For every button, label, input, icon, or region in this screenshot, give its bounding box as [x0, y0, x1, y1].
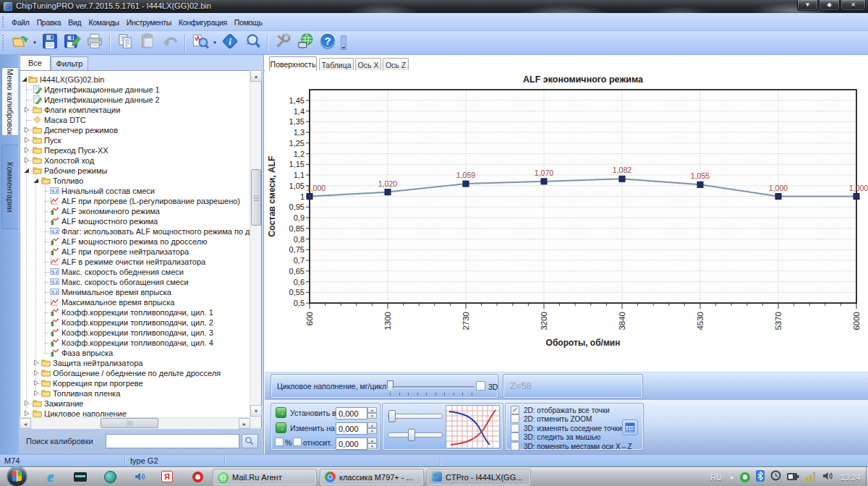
option-0-checkbox[interactable]	[511, 406, 519, 414]
set-value-input[interactable]	[336, 407, 367, 419]
change-value-input[interactable]	[336, 422, 367, 435]
tray-battery-icon[interactable]	[787, 471, 799, 484]
quicklaunch-ie-icon[interactable]: e	[43, 469, 58, 484]
search-button[interactable]	[242, 434, 258, 448]
quicklaunch-opera-icon[interactable]	[190, 469, 205, 484]
tree-item[interactable]: Защита нейтрализатора	[20, 358, 250, 368]
collapse-arrow-icon[interactable]	[21, 76, 27, 82]
option-1[interactable]: 2D: отменить ZOOM	[511, 415, 592, 423]
expand-arrow-icon[interactable]	[23, 400, 30, 406]
tree-item[interactable]: I444LX(GG)02.bin	[20, 74, 250, 85]
expand-arrow-icon[interactable]	[33, 359, 39, 366]
print-button[interactable]	[84, 33, 105, 53]
option-3[interactable]: 3D: следить за мышью	[511, 433, 600, 441]
cycle-3d-checkbox[interactable]	[476, 381, 485, 391]
tree-item[interactable]: Топливная пленка	[20, 388, 250, 398]
relative-spinner[interactable]: ▲▼	[367, 438, 377, 450]
table-grid-button[interactable]	[622, 419, 638, 435]
expand-arrow-icon[interactable]	[33, 380, 39, 386]
tree-item[interactable]: Холостой ход	[20, 155, 250, 166]
properties-button[interactable]: i	[219, 33, 240, 53]
tray-clock[interactable]: 13:24	[841, 473, 861, 482]
left-tab-1[interactable]: Фильтр	[51, 56, 88, 70]
tray-language[interactable]: RU	[710, 473, 722, 482]
quicklaunch-dark-icon[interactable]	[73, 469, 88, 484]
tree-vertical-scrollbar[interactable]: ▲ ▼	[250, 70, 261, 428]
chart-tab-1[interactable]: Таблица	[319, 58, 354, 71]
menu-0[interactable]: Файл	[8, 18, 33, 27]
tree-item[interactable]: ALF мощностного режима	[20, 216, 250, 226]
save-as-button[interactable]	[61, 33, 82, 53]
left-tab-0[interactable]: Все	[20, 55, 51, 70]
tree-item[interactable]: Коэфф.коррекции топливоподачи, цил. 1	[20, 307, 250, 317]
scroll-up-button[interactable]: ▲	[250, 70, 262, 82]
tray-agent-icon[interactable]	[740, 472, 750, 482]
tree-item[interactable]: ALF в режиме очистки нейтрализатора	[20, 257, 250, 267]
tree-item[interactable]: Маска DTC	[20, 115, 250, 125]
menu-3[interactable]: Команды	[85, 18, 122, 27]
tree-item[interactable]: 1.2Начальный состав смеси	[20, 186, 250, 196]
menu-6[interactable]: Помощь	[231, 18, 266, 27]
copy-button[interactable]	[114, 33, 135, 53]
tree-item[interactable]: Коррекция при прогреве	[20, 378, 250, 388]
tree-item[interactable]: Коэфф.коррекции топливоподачи, цил. 3	[20, 328, 250, 338]
menu-1[interactable]: Правка	[33, 18, 65, 27]
cycle-slider-thumb[interactable]	[387, 380, 393, 392]
tree-item[interactable]: Диспетчер режимов	[20, 125, 250, 135]
tree-item[interactable]: Коэфф.коррекции топливоподачи, цил. 2	[20, 317, 250, 328]
set-value-button[interactable]: →	[276, 407, 286, 418]
expand-arrow-icon[interactable]	[23, 137, 30, 143]
undo-button[interactable]	[159, 33, 180, 53]
cycle-slider-track[interactable]	[388, 386, 474, 388]
tree-hscroll-thumb[interactable]	[101, 418, 158, 428]
option-3-checkbox[interactable]	[511, 432, 519, 441]
expand-arrow-icon[interactable]	[23, 157, 30, 163]
tree-vscroll-thumb[interactable]	[251, 169, 261, 226]
tree-item[interactable]: Зажигание	[20, 398, 250, 409]
chart-tab-2[interactable]: Ось X	[355, 58, 381, 71]
tree-item[interactable]: ALF при прогреве нейтрализатора	[20, 247, 250, 257]
tray-wifi-icon[interactable]	[805, 471, 817, 484]
tree-item[interactable]: ALF при прогреве (L-регулирование разреш…	[20, 196, 250, 206]
scroll-left-button[interactable]: ◄	[20, 418, 31, 429]
tree-item[interactable]: Рабочие режимы	[20, 166, 250, 176]
tray-clock-icon[interactable]	[770, 470, 781, 484]
percent-checkbox[interactable]	[275, 438, 284, 446]
paste-button[interactable]	[137, 33, 158, 53]
toolbar-options-button[interactable]	[341, 35, 346, 50]
quicklaunch-teal-icon[interactable]	[103, 469, 117, 484]
tree-item[interactable]: 1.2Флаг: использовать ALF мощностного ре…	[20, 226, 250, 236]
taskbar-button-2[interactable]: CTPro - I444LX(GG...	[427, 469, 530, 485]
relative-input[interactable]	[336, 438, 367, 450]
change-value-spinner[interactable]: ▲▼	[367, 422, 377, 435]
menu-5[interactable]: Конфигурация	[175, 18, 231, 27]
start-button[interactable]	[7, 466, 27, 486]
tree-item[interactable]: Фаза впрыска	[20, 348, 250, 358]
quicklaunch-ya-icon[interactable]: Я	[160, 469, 174, 484]
expand-arrow-icon[interactable]	[33, 390, 39, 396]
minimize-button[interactable]: ▼	[797, 0, 818, 11]
collapse-arrow-icon[interactable]	[33, 177, 39, 184]
tree-item[interactable]: 1.2Макс. скорость обеднения смеси	[20, 267, 250, 277]
tree-item[interactable]: Пуск	[20, 135, 250, 145]
tree-item[interactable]: Максимальное время впрыска	[20, 297, 250, 307]
search-input[interactable]	[106, 434, 239, 448]
set-value-spinner[interactable]: ▲▼	[367, 407, 377, 419]
expand-arrow-icon[interactable]	[33, 370, 39, 376]
option-4-checkbox[interactable]	[511, 442, 519, 451]
tree-item[interactable]: 1.2Минимальное время впрыска	[20, 287, 250, 297]
h-slider1-thumb[interactable]	[388, 410, 396, 422]
tree-item[interactable]: Топливо	[20, 176, 250, 186]
menu-4[interactable]: Инструменты	[123, 18, 175, 27]
online-button[interactable]	[294, 33, 315, 53]
tree-item[interactable]: Идентификационные данные 1	[20, 85, 250, 95]
save-button[interactable]	[39, 33, 60, 53]
tools-button[interactable]	[272, 33, 293, 53]
help-button[interactable]: ?	[317, 33, 338, 53]
h-slider2-track[interactable]	[388, 432, 443, 438]
option-0[interactable]: 2D: отображать все точки	[511, 406, 610, 414]
expand-arrow-icon[interactable]	[23, 147, 30, 153]
menu-2[interactable]: Вид	[64, 18, 85, 27]
collapse-arrow-icon[interactable]	[23, 167, 30, 174]
tray-bluetooth-icon[interactable]	[756, 470, 765, 485]
